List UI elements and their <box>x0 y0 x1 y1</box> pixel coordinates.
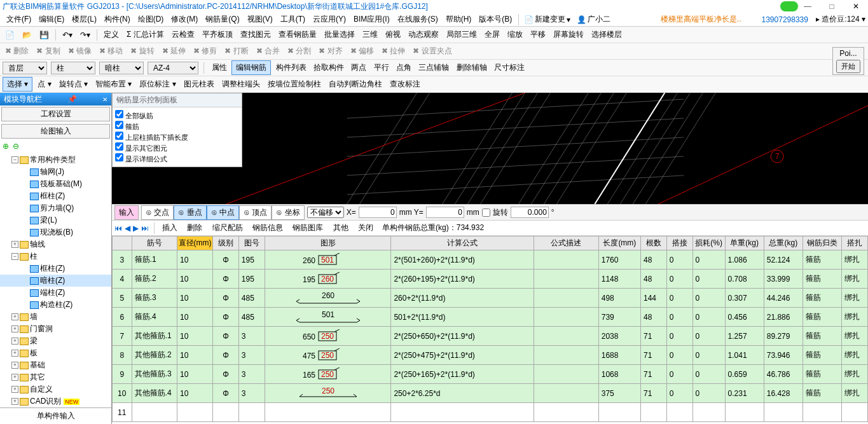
tree-node[interactable]: +自定义 <box>0 383 111 395</box>
property-button[interactable]: 点角 <box>394 61 414 74</box>
prev-icon[interactable]: ◀ <box>125 224 130 233</box>
edit-button[interactable]: ✖ 旋转 <box>128 44 156 58</box>
table-header[interactable] <box>113 236 132 250</box>
y-input[interactable] <box>426 207 464 218</box>
snap-button[interactable]: ⊙ 中点 <box>207 205 239 220</box>
rebar-button[interactable]: 插入 <box>160 221 180 235</box>
rotate-checkbox[interactable] <box>482 209 490 217</box>
type-select[interactable]: 柱 <box>51 62 95 74</box>
property-button[interactable]: 删除辅轴 <box>454 61 490 74</box>
nav-section-settings[interactable]: 工程设置 <box>1 107 110 121</box>
property-button[interactable]: 三点辅轴 <box>416 61 451 74</box>
toolbar-button[interactable]: Σ 汇总计算 <box>124 28 167 41</box>
input-label-button[interactable]: 输入 <box>114 205 139 220</box>
rotate-input[interactable] <box>511 207 549 218</box>
draw-button[interactable]: 点 ▾ <box>35 78 53 91</box>
table-row[interactable]: 9其他箍筋.310Φ3 165250 2*(250+165)+2*(11.9*d… <box>113 365 868 384</box>
toolbar-button[interactable]: 选择楼层 <box>589 28 624 41</box>
offset-select[interactable]: 不偏移 <box>307 207 344 218</box>
toolbar-button[interactable]: 三维 <box>360 28 380 41</box>
table-header[interactable]: 长度(mm) <box>598 236 640 250</box>
toolbar-button[interactable]: 屏幕旋转 <box>551 28 586 41</box>
edit-button[interactable]: ✖ 修剪 <box>191 44 219 58</box>
draw-button[interactable]: 按墙位置绘制柱 <box>265 78 324 91</box>
property-button[interactable]: 尺寸标注 <box>492 61 527 74</box>
display-checkbox[interactable]: 全部纵筋 <box>115 110 239 121</box>
open-icon[interactable]: 📂 <box>20 29 34 41</box>
tree-node[interactable]: +墙 <box>0 311 111 323</box>
table-row[interactable]: 7其他箍筋.110Φ3 650250 2*(250+650)+2*(11.9*d… <box>113 327 868 346</box>
save-icon[interactable]: 💾 <box>37 29 52 41</box>
edit-button[interactable]: ✖ 移动 <box>97 44 125 58</box>
draw-button[interactable]: 自动判断边角柱 <box>326 78 385 91</box>
tree-node[interactable]: +CAD识别NEW <box>0 395 111 407</box>
tree-node[interactable]: +其它 <box>0 371 111 383</box>
menu-item[interactable]: 钢筋量(Q) <box>202 13 243 25</box>
tree-node[interactable]: +板 <box>0 347 111 359</box>
edit-button[interactable]: ✖ 合并 <box>254 44 282 58</box>
tree-node[interactable]: 轴网(J) <box>0 166 111 178</box>
rebar-button[interactable]: 关闭 <box>355 221 376 235</box>
rebar-button[interactable]: 删除 <box>184 221 205 235</box>
table-header[interactable]: 搭接 <box>666 236 692 250</box>
draw-button[interactable]: 调整柱端头 <box>219 78 263 91</box>
display-checkbox[interactable]: 上层柱插筋下插长度 <box>115 132 239 142</box>
close-button[interactable]: ✕ <box>846 2 865 11</box>
table-header[interactable]: 图形 <box>265 236 391 250</box>
floor-select[interactable]: 首层 <box>3 62 47 74</box>
rebar-button[interactable]: 钢筋图库 <box>290 221 326 235</box>
code-select[interactable]: AZ-4 <box>148 62 198 74</box>
table-header[interactable]: 筋号 <box>132 236 177 250</box>
menu-item[interactable]: 编辑(E) <box>35 13 68 25</box>
snap-button[interactable]: ⊙ 交点 <box>141 205 174 220</box>
edit-button[interactable]: ✖ 打断 <box>222 44 251 58</box>
note-link[interactable]: 楼梯里高端平板净长是.. <box>661 14 741 25</box>
edit-button[interactable]: ✖ 延伸 <box>160 44 188 58</box>
snap-button[interactable]: ⊙ 坐标 <box>272 205 304 220</box>
edit-button[interactable]: ✖ 偏移 <box>348 44 376 58</box>
snap-button[interactable]: ⊙ 顶点 <box>239 205 272 220</box>
bottom-tab[interactable]: 单构件输入 <box>0 407 111 424</box>
toolbar-button[interactable]: 平齐板顶 <box>200 28 235 41</box>
tree-node[interactable]: 框柱(Z) <box>0 263 111 275</box>
display-checkbox[interactable]: 显示详细公式 <box>115 153 239 164</box>
property-button[interactable]: 编辑钢筋 <box>231 60 271 75</box>
table-header[interactable]: 损耗(%) <box>692 236 725 250</box>
collapse-icon[interactable]: ⊖ <box>13 142 19 151</box>
toolbar-button[interactable]: 局部三维 <box>444 28 479 41</box>
menu-item[interactable]: 构件(N) <box>100 13 134 25</box>
property-button[interactable]: 两点 <box>348 61 369 74</box>
tree-node[interactable]: −柱 <box>0 250 111 263</box>
rebar-button[interactable]: 缩尺配筋 <box>210 221 245 235</box>
tree-node[interactable]: +基础 <box>0 359 111 371</box>
menu-item[interactable]: 修改(M) <box>167 13 202 25</box>
menu-item[interactable]: 工具(T) <box>277 13 309 25</box>
draw-button[interactable]: 图元柱表 <box>181 78 217 91</box>
table-header[interactable]: 根数 <box>641 236 667 250</box>
undo-icon[interactable]: ↶▾ <box>60 29 75 41</box>
table-row[interactable]: 8其他箍筋.210Φ3 475250 2*(250+475)+2*(11.9*d… <box>113 346 868 365</box>
table-row[interactable]: 4箍筋.210Φ195 195260 2*(260+195)+2*(11.9*d… <box>113 270 868 289</box>
property-button[interactable]: 构件列表 <box>273 61 309 74</box>
tree-node[interactable]: 端柱(Z) <box>0 287 111 299</box>
new-icon[interactable]: 📄 <box>3 29 17 41</box>
toolbar-button[interactable]: 俯视 <box>383 28 403 41</box>
edit-button[interactable]: ✖ 设置夹点 <box>410 44 454 58</box>
tree-node[interactable]: 剪力墙(Q) <box>0 202 111 214</box>
table-row[interactable]: 10其他箍筋.410Φ3 250 250+2*6.25*d37571 000.2… <box>113 384 868 403</box>
component-tree[interactable]: −常用构件类型轴网(J)筏板基础(M)框柱(Z)剪力墙(Q)梁(L)现浇板(B)… <box>0 153 111 407</box>
table-header[interactable]: 图号 <box>238 236 265 250</box>
edit-button[interactable]: ✖ 对齐 <box>316 44 345 58</box>
menu-item[interactable]: 视图(V) <box>244 13 277 25</box>
edit-button[interactable]: ✖ 复制 <box>34 44 62 58</box>
menu-item[interactable]: 文件(F) <box>3 13 35 25</box>
x-input[interactable] <box>359 207 397 218</box>
menu-item[interactable]: 云应用(Y) <box>309 13 350 25</box>
toolbar-button[interactable]: 缩放 <box>505 28 525 41</box>
tree-node[interactable]: 筏板基础(M) <box>0 178 111 190</box>
tree-node[interactable]: +轴线 <box>0 238 111 250</box>
table-header[interactable]: 计算公式 <box>391 236 534 250</box>
table-header[interactable]: 级别 <box>213 236 239 250</box>
tree-node[interactable]: 构造柱(Z) <box>0 299 111 311</box>
table-header[interactable]: 公式描述 <box>534 236 598 250</box>
